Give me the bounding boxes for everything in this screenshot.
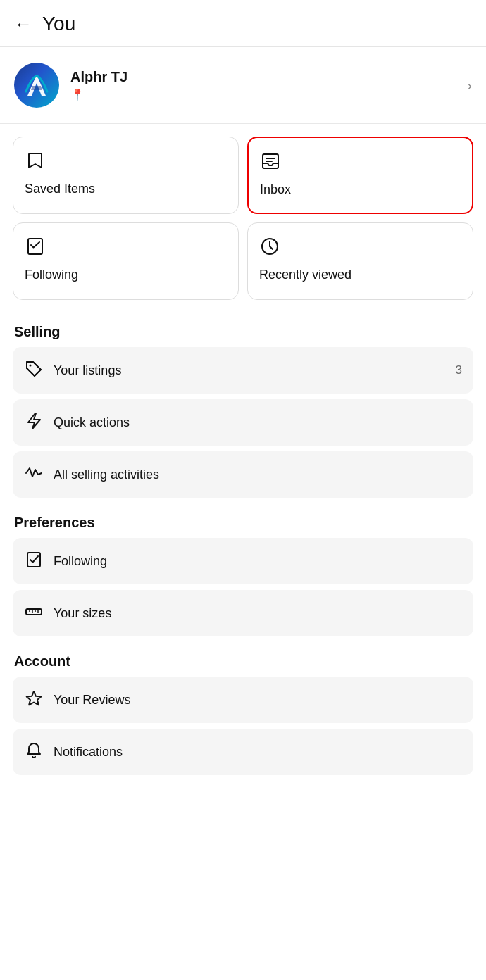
svg-marker-12 [27,691,42,705]
quick-actions-label: Quick actions [54,415,462,430]
activity-icon [24,464,44,485]
your-listings-label: Your listings [54,363,456,378]
saved-items-label: Saved Items [25,182,95,196]
inbox-icon [260,151,281,175]
bell-icon [24,741,44,762]
tag-icon [24,360,44,381]
your-reviews-label: Your Reviews [54,693,462,708]
ruler-icon [24,603,44,624]
inbox-tile[interactable]: Inbox [247,137,473,214]
all-selling-activities-item[interactable]: All selling activities [13,451,473,498]
account-menu-list: Your Reviews Notifications [13,677,473,775]
following-pref-label: Following [54,554,462,569]
account-section: Account Your Reviews Notifications [0,642,486,775]
following-pref-icon [24,551,44,572]
following-icon [25,236,46,260]
your-listings-badge: 3 [456,363,462,377]
star-icon [24,689,44,710]
following-label: Following [25,268,78,282]
location-icon: 📍 [70,88,85,101]
bookmark-icon [25,150,46,175]
preferences-section-title: Preferences [13,503,473,538]
svg-point-5 [30,365,32,367]
svg-rect-6 [27,553,40,567]
preferences-section: Preferences Following Your [0,503,486,636]
recently-viewed-label: Recently viewed [259,268,351,282]
header: ← You [0,0,486,47]
selling-section-title: Selling [13,313,473,347]
all-selling-activities-label: All selling activities [54,467,462,482]
profile-location: 📍 [70,88,467,101]
back-button[interactable]: ← [14,15,32,33]
avatar-logo-icon [22,70,51,100]
svg-marker-1 [31,86,42,90]
notifications-item[interactable]: Notifications [13,729,473,775]
your-sizes-label: Your sizes [54,606,462,621]
bolt-icon [24,412,44,433]
selling-menu-list: Your listings 3 Quick actions All sellin… [13,347,473,498]
inbox-label: Inbox [260,182,291,197]
your-sizes-item[interactable]: Your sizes [13,590,473,636]
recently-viewed-tile[interactable]: Recently viewed [247,222,473,300]
your-listings-item[interactable]: Your listings 3 [13,347,473,394]
following-pref-item[interactable]: Following [13,538,473,584]
profile-section[interactable]: Alphr TJ 📍 › [0,47,486,124]
svg-marker-0 [27,75,46,96]
notifications-label: Notifications [54,745,462,760]
profile-name: Alphr TJ [70,69,467,85]
quick-tiles-grid: Saved Items Inbox Following [0,124,486,313]
preferences-menu-list: Following Your sizes [13,538,473,636]
page-title: You [42,13,75,35]
svg-rect-7 [26,609,42,615]
selling-section: Selling Your listings 3 Quick actions [0,313,486,498]
your-reviews-item[interactable]: Your Reviews [13,677,473,723]
following-tile[interactable]: Following [13,222,239,300]
saved-items-tile[interactable]: Saved Items [13,137,239,214]
clock-icon [259,236,280,260]
account-section-title: Account [13,642,473,677]
avatar [14,63,59,108]
profile-info: Alphr TJ 📍 [70,69,467,101]
quick-actions-item[interactable]: Quick actions [13,399,473,446]
profile-chevron-icon: › [467,77,472,94]
